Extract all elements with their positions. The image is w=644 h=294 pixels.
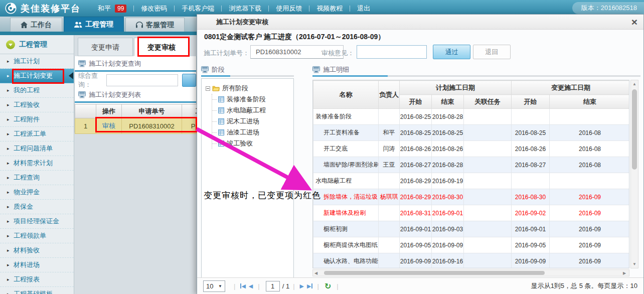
tab-label: 工作台 — [31, 21, 52, 30]
tab-change-request[interactable]: 变更申请 — [78, 38, 133, 56]
username[interactable]: 和平 — [98, 4, 111, 13]
refresh-icon[interactable]: ↻ — [325, 281, 331, 291]
pager-divider: | — [234, 282, 235, 290]
last-page-button[interactable]: ▶ — [307, 283, 312, 289]
menu-item[interactable]: 使用反馈 — [276, 4, 302, 13]
sidebar-item[interactable]: ▸工程验收 — [0, 98, 74, 112]
scroll-up-icon[interactable]: ▲ — [632, 82, 636, 86]
detail-row[interactable]: 拆除墙体，清运垃圾杨琪琪2016-08-292016-08-302016-08-… — [313, 189, 630, 205]
table-row[interactable]: 1 审核 PD1608310002 P160 — [75, 118, 216, 134]
tab-customer-service[interactable]: 客服管理 — [125, 18, 185, 32]
tree-node[interactable]: 竣工验收 — [212, 138, 293, 149]
tab-workbench[interactable]: 工作台 — [10, 18, 62, 32]
collapse-circle-icon — [6, 40, 15, 49]
cell-plan-end: 2016-08-28 — [432, 157, 464, 173]
menu-item[interactable]: 浏览器下载 — [229, 4, 261, 13]
tree-root-node[interactable]: 所有阶段 — [206, 83, 293, 94]
vertical-scroll-thumb[interactable] — [632, 89, 637, 170]
tree-node[interactable]: 装修准备阶段 — [212, 94, 293, 105]
panel-underline — [201, 75, 294, 77]
horizontal-scrollbar[interactable]: ◀ ▶ — [312, 269, 629, 276]
cell-name: 墙面铲除/界面剂涂刷/ — [313, 157, 379, 173]
notification-badge[interactable]: 99 — [115, 5, 126, 13]
next-page-button[interactable]: ▶ — [300, 283, 304, 289]
review-link[interactable]: 审核 — [96, 118, 122, 134]
detail-row[interactable]: 水电隐蔽工程2016-08-292016-09-19 — [313, 173, 630, 189]
horizontal-scroll-thumb[interactable] — [324, 271, 545, 275]
detail-row[interactable]: 墙面铲除/界面剂涂刷/王亚2016-08-272016-08-282016-08… — [313, 157, 630, 173]
review-comment-input[interactable] — [357, 45, 427, 59]
detail-row[interactable]: 确认水路、电路功能位2016-09-092016-09-162016-09-09… — [313, 253, 630, 269]
menu-item[interactable]: 修改密码 — [141, 4, 167, 13]
detail-row[interactable]: 橱柜商提供水电图纸2016-09-052016-09-092016-09-052… — [313, 237, 630, 253]
menu-item[interactable]: 退出 — [357, 4, 370, 13]
page-size-select[interactable]: 10 ▼ — [203, 280, 225, 292]
tree-node[interactable]: 泥木工进场 — [212, 116, 293, 127]
reject-button[interactable]: 退回 — [473, 45, 511, 59]
sidebar-item[interactable]: ▸工程问题清单 — [0, 141, 74, 156]
detail-row[interactable]: 橱柜初测2016-09-012016-09-032016-09-012016-0… — [313, 221, 630, 237]
change-list-table: 操作 申请单号 工 1 审核 PD1608310002 P160 — [75, 104, 216, 134]
plan-no-label: 施工计划单号： — [204, 49, 249, 58]
cell-change-start: 2016-09-02 — [512, 205, 550, 221]
grid-icon — [218, 140, 224, 146]
sidebar-item[interactable]: ▸工程派工单 — [0, 127, 74, 141]
approve-button[interactable]: 通过 — [433, 45, 470, 59]
sidebar-item[interactable]: ▸项目经理保证金 — [0, 214, 74, 229]
col-request-no: 申请单号 — [122, 104, 182, 118]
cell-plan-start: 2016-08-31 — [400, 205, 432, 221]
sidebar-item[interactable]: ▸材料进场 — [0, 258, 74, 272]
sidebar-item[interactable]: ▸施工计划 — [0, 54, 74, 69]
chevron-down-icon: ▼ — [218, 284, 222, 288]
tab-label: 变更申请 — [91, 43, 119, 51]
detail-row[interactable]: 新建墙体及粉刷2016-08-312016-09-012016-09-02201… — [313, 205, 630, 221]
tree-node-label: 竣工验收 — [227, 139, 253, 148]
sidebar-item[interactable]: ▸工程查询 — [0, 171, 74, 185]
cell-owner — [379, 173, 400, 189]
sidebar-item-label: 我的工程 — [14, 86, 40, 94]
sidebar-item[interactable]: ▸物业押金 — [0, 185, 74, 200]
detail-row[interactable]: 装修准备阶段2016-08-252016-08-28 — [313, 109, 630, 125]
cell-owner — [379, 205, 400, 221]
triangle-icon: ▸ — [7, 185, 10, 199]
sidebar-header[interactable]: 工程管理 — [0, 35, 74, 54]
menu-item[interactable]: 手机客户端 — [182, 4, 214, 13]
detail-row[interactable]: 开工资料准备和平2016-08-252016-08-252016-08-2520… — [313, 125, 630, 141]
sidebar-item[interactable]: ▸材料验收 — [0, 243, 74, 258]
first-page-button[interactable]: ◀ — [240, 283, 245, 289]
cell-linked-task — [464, 205, 512, 221]
sidebar-item[interactable]: ▸质保金 — [0, 200, 74, 214]
tree-node[interactable]: 水电隐蔽工程 — [212, 105, 293, 116]
vertical-scrollbar[interactable]: ▲ ▼ — [630, 80, 638, 268]
scroll-left-icon[interactable]: ◀ — [314, 271, 317, 275]
triangle-icon: ▸ — [7, 112, 10, 126]
modal-titlebar: 施工计划变更审核 × — [197, 15, 643, 30]
sidebar-item[interactable]: ▸施工计划变更 — [0, 69, 74, 83]
menu-item[interactable]: 视频教程 — [316, 4, 343, 13]
cell-plan-end: 2016-09-03 — [432, 221, 464, 237]
scroll-right-icon[interactable]: ▶ — [623, 271, 626, 275]
search-button[interactable] — [182, 74, 196, 87]
menu-separator — [174, 6, 175, 12]
menu-separator — [350, 6, 350, 12]
cell-change-end: 2016-09 — [550, 237, 629, 253]
close-icon[interactable]: × — [631, 16, 637, 28]
detail-row[interactable]: 开工交底闫涛2016-08-262016-08-262016-08-262016… — [313, 141, 630, 157]
sidebar-item[interactable]: ▸我的工程 — [0, 83, 74, 98]
page-number-input[interactable]: 1 — [266, 281, 280, 291]
scroll-down-icon[interactable]: ▼ — [632, 262, 636, 266]
sidebar-item[interactable]: ▸工程领款单 — [0, 229, 74, 243]
prev-page-button[interactable]: ◀ — [249, 283, 253, 289]
tree-node[interactable]: 油漆工进场 — [212, 127, 293, 138]
sidebar-item[interactable]: ▸工程基础模板 — [0, 287, 74, 294]
collapse-minus-icon[interactable] — [206, 86, 210, 91]
cell-name: 橱柜初测 — [313, 221, 379, 237]
sidebar-item[interactable]: ▸材料需求计划 — [0, 156, 74, 171]
active-notch-icon — [69, 72, 73, 79]
tab-project-management[interactable]: 工程管理 — [64, 17, 124, 32]
sidebar-item[interactable]: ▸工程报表 — [0, 272, 74, 287]
cell-change-end — [550, 109, 629, 125]
tab-change-review[interactable]: 变更审核 — [134, 38, 189, 56]
sidebar-item[interactable]: ▸工程附件 — [0, 112, 74, 127]
query-input[interactable] — [106, 74, 178, 86]
